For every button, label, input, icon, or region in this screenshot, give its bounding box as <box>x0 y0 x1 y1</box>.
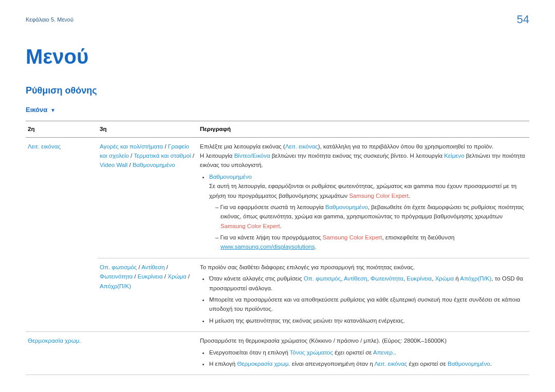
kw: Κείμενο <box>444 153 464 159</box>
kw-videowall: Video Wall <box>100 162 127 168</box>
kw: Ευκρίνεια <box>406 275 432 282</box>
kw: Samsung Color Expert <box>323 234 382 240</box>
text: είναι απενεργοποιημένη όταν η <box>290 361 375 367</box>
text: . <box>490 361 492 367</box>
kw-tint: Απόχρ(Π/Κ) <box>100 283 131 289</box>
text: . <box>394 349 396 356</box>
dash-list: Για να εφαρμόσετε σωστά τη λειτουργία Βα… <box>209 202 527 252</box>
cell-2nd: Λειτ. εικόνας <box>26 137 98 332</box>
settings-table: 2η 3η Περιγραφή Λειτ. εικόνας Αγορές και… <box>26 121 529 375</box>
sep: / <box>137 264 141 270</box>
desc-line: Η λειτουργία Βίντεο/Εικόνα βελτιώνει την… <box>200 151 527 170</box>
kw: Τόνος χρώματος <box>290 349 333 356</box>
sep: / <box>163 273 168 279</box>
kw: Χρώμα <box>435 275 454 282</box>
text: Για να εφαρμόσετε σωστά τη λειτουργία <box>220 204 325 210</box>
table-row: Θερμοκρασία χρωμ. Προσαρμόστε τη θερμοκρ… <box>26 332 529 375</box>
text: , επισκεφθείτε τη διεύθυνση <box>382 234 455 240</box>
kw-shops: Αγορές και πολ/στήματα <box>100 143 163 150</box>
kw-backlight: Οπ. φωτισμός <box>100 264 137 270</box>
kw-sharpness: Ευκρίνεια <box>138 273 163 279</box>
bullet-list: Ενεργοποιείται όταν η επιλογή Τόνος χρώμ… <box>200 348 527 369</box>
kw: Απενερ. <box>373 349 394 356</box>
kw-terminal: Τερματικά και σταθμοί <box>134 153 191 159</box>
kw: Λειτ. εικόνας <box>374 361 407 367</box>
header-2nd: 2η <box>26 121 98 137</box>
list-item: Όταν κάνετε αλλαγές στις ρυθμίσεις Οπ. φ… <box>209 274 527 293</box>
sep: / <box>163 143 168 150</box>
kw: Βαθμονομημένο <box>325 204 368 210</box>
kw: Samsung Color Expert <box>349 193 409 199</box>
kw-contrast: Αντίθεση <box>141 264 164 270</box>
header-description: Περιγραφή <box>198 121 529 137</box>
cell-3rd: Αγορές και πολ/στήματα / Γραφείο και σχο… <box>98 137 198 258</box>
text: ), κατάλληλη για το περιβάλλον όπου θα χ… <box>318 143 494 150</box>
kw-brightness: Φωτεινότητα <box>100 273 133 279</box>
text: . <box>280 223 282 229</box>
text: βελτιώνει την ποιότητα εικόνας της συσκε… <box>270 153 445 159</box>
text: Η επιλογή <box>209 361 237 367</box>
cell-description: Επιλέξτε μια λειτουργία εικόνας (Λειτ. ε… <box>198 137 529 258</box>
desc-line: Επιλέξτε μια λειτουργία εικόνας (Λειτ. ε… <box>200 142 527 151</box>
kw: Βίντεο/Εικόνα <box>234 153 270 159</box>
kw: Απόχρ(Π/Κ) <box>460 275 491 282</box>
breadcrumb: Κεφάλαιο 5. Μενού <box>26 15 529 25</box>
sep: / <box>127 162 133 168</box>
text: έχει οριστεί σε <box>407 361 448 367</box>
kw: Βαθμονομημένο <box>209 174 252 180</box>
list-item: Μπορείτε να προσαρμόσετε και να αποθηκεύ… <box>209 295 527 314</box>
list-item: Για να κάνετε λήψη του προγράμματος Sams… <box>215 233 527 252</box>
bullet-list: Όταν κάνετε αλλαγές στις ρυθμίσεις Οπ. φ… <box>200 274 527 325</box>
kw-calibrated: Βαθμονομημένο <box>133 162 175 168</box>
subsection-label: Εικόνα <box>26 106 47 114</box>
list-item: Για να εφαρμόσετε σωστά τη λειτουργία Βα… <box>215 202 527 231</box>
list-item: Βαθμονομημένο Σε αυτή τη λειτουργία, εφα… <box>209 172 527 252</box>
kw-picture-mode: Λειτ. εικόνας <box>28 143 61 150</box>
kw: Θερμοκρασία χρωμ. <box>237 361 290 367</box>
header-3rd: 3η <box>98 121 198 137</box>
link-samsung[interactable]: www.samsung.com/displaysolutions <box>220 244 314 250</box>
cell-description: Προσαρμόστε τη θερμοκρασία χρώματος (Κόκ… <box>198 332 529 375</box>
text: Η λειτουργία <box>200 153 234 159</box>
desc-line: Σε αυτή τη λειτουργία, εφαρμόζονται οι ρ… <box>209 181 527 200</box>
kw: Αντίθεση <box>344 275 367 282</box>
bullet-list: Βαθμονομημένο Σε αυτή τη λειτουργία, εφα… <box>200 172 527 252</box>
list-item: Η μείωση της φωτεινότητας της εικόνας με… <box>209 316 527 325</box>
kw: Samsung Color Expert <box>220 223 280 229</box>
table-row: Λειτ. εικόνας Αγορές και πολ/στήματα / Γ… <box>26 137 529 258</box>
desc-line: Προσαρμόστε τη θερμοκρασία χρώματος (Κόκ… <box>200 336 527 345</box>
sep: / <box>187 273 190 279</box>
text: Όταν κάνετε αλλαγές στις ρυθμίσεις <box>209 275 304 282</box>
text: έχει οριστεί σε <box>333 349 373 356</box>
table-header-row: 2η 3η Περιγραφή <box>26 121 529 137</box>
cell-3rd <box>98 332 198 375</box>
kw: Λειτ. εικόνας <box>285 143 318 150</box>
cell-3rd: Οπ. φωτισμός / Αντίθεση / Φωτεινότητα / … <box>98 258 198 331</box>
kw-color-temp: Θερμοκρασία χρωμ. <box>28 338 81 344</box>
subsection-header: Εικόνα ▼ <box>26 105 529 116</box>
cell-description: Το προϊόν σας διαθέτει διάφορες επιλογές… <box>198 258 529 331</box>
desc-line: Το προϊόν σας διαθέτει διάφορες επιλογές… <box>200 263 527 272</box>
text: Επιλέξτε μια λειτουργία εικόνας ( <box>200 143 285 150</box>
kw: Βαθμονομημένο <box>448 361 490 367</box>
page-number: 54 <box>517 10 529 28</box>
sep: / <box>191 153 194 159</box>
triangle-down-icon: ▼ <box>50 106 55 115</box>
text: . <box>314 244 316 250</box>
sep: / <box>165 264 168 270</box>
text: ή <box>454 275 460 282</box>
sep: / <box>133 273 138 279</box>
section-title: Ρύθμιση οθόνης <box>26 83 529 98</box>
kw-color: Χρώμα <box>168 273 186 279</box>
table-row: Οπ. φωτισμός / Αντίθεση / Φωτεινότητα / … <box>26 258 529 331</box>
text: Ενεργοποιείται όταν η επιλογή <box>209 349 290 356</box>
text: Για να κάνετε λήψη του προγράμματος <box>220 234 323 240</box>
chapter-title: Μενού <box>26 40 529 73</box>
sep: / <box>129 153 134 159</box>
kw: Οπ. φωτισμός <box>304 275 341 282</box>
cell-2nd: Θερμοκρασία χρωμ. <box>26 332 98 375</box>
list-item: Η επιλογή Θερμοκρασία χρωμ. είναι απενερ… <box>209 359 527 368</box>
kw: Φωτεινότητα <box>371 275 403 282</box>
text: . <box>409 193 410 199</box>
list-item: Ενεργοποιείται όταν η επιλογή Τόνος χρώμ… <box>209 348 527 357</box>
